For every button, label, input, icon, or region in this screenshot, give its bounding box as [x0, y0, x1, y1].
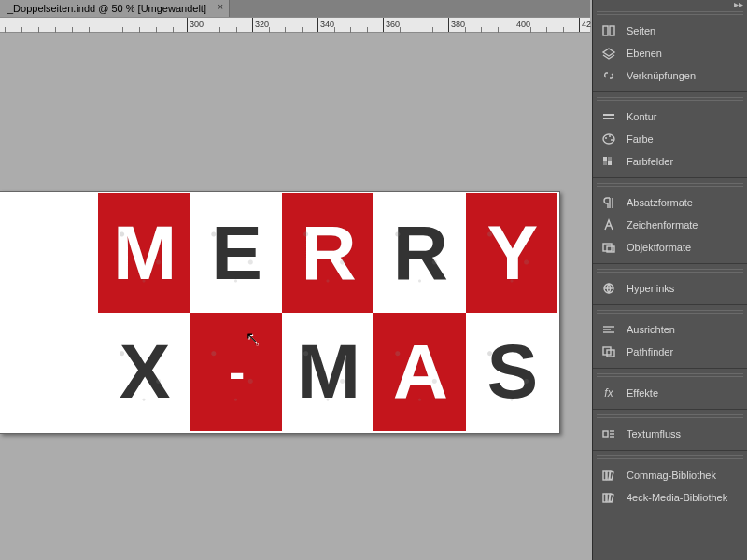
- letter-cell[interactable]: A: [374, 313, 465, 432]
- panel-item-pathfinder[interactable]: Pathfinder: [593, 341, 747, 363]
- swatches-icon: [600, 154, 617, 169]
- svg-rect-9: [603, 157, 607, 161]
- layers-icon: [600, 46, 617, 61]
- obj-icon: [600, 240, 617, 255]
- svg-rect-11: [603, 161, 607, 165]
- panel-item-textumfluss[interactable]: Textumfluss: [593, 423, 747, 445]
- panel-item-objektformate[interactable]: Objektformate: [593, 236, 747, 259]
- panel-item-effekte[interactable]: fxEffekte: [593, 382, 747, 404]
- panel-item-label: Textumfluss: [627, 428, 740, 440]
- ruler-tick: 42: [579, 18, 580, 32]
- document-tab[interactable]: _Doppelseiten.indd @ 50 % [Umgewandelt] …: [0, 0, 230, 17]
- panel-item-label: Ebenen: [627, 48, 740, 59]
- svg-marker-2: [603, 49, 614, 56]
- letter-cell[interactable]: R: [282, 193, 374, 313]
- panel-gripper[interactable]: [597, 269, 743, 274]
- hyperlink-icon: [600, 281, 617, 296]
- panel-item-label: Effekte: [627, 387, 740, 399]
- panel-item-label: Objektformate: [627, 242, 740, 253]
- panel-item-hyperlinks[interactable]: Hyperlinks: [593, 277, 747, 300]
- document-tab-bar: _Doppelseiten.indd @ 50 % [Umgewandelt] …: [0, 0, 590, 17]
- svg-rect-21: [603, 431, 608, 437]
- panel-item-label: Verknüpfungen: [627, 70, 740, 81]
- ruler-tick: 380: [448, 18, 449, 32]
- panel-item-verkn-pfungen[interactable]: Verknüpfungen: [593, 64, 747, 87]
- panel-gripper[interactable]: [597, 310, 743, 315]
- panel-item-label: Absatzformate: [627, 197, 740, 208]
- pathfinder-icon: [600, 344, 617, 359]
- lib-icon: [600, 490, 617, 505]
- panel-item-kontur[interactable]: Kontur: [593, 105, 747, 128]
- panel-item-ebenen[interactable]: Ebenen: [593, 42, 747, 64]
- panel-item-commag-bibliothek[interactable]: Commag-Bibliothek: [593, 464, 747, 486]
- links-icon: [600, 68, 617, 83]
- panel-gripper[interactable]: [597, 183, 743, 189]
- char-icon: [600, 217, 617, 232]
- panel-gripper[interactable]: [597, 97, 743, 103]
- panel-item-farbe[interactable]: Farbe: [593, 128, 747, 150]
- panel-gripper[interactable]: [597, 11, 743, 17]
- panel-gripper[interactable]: [597, 414, 743, 420]
- panel-separator: [593, 368, 747, 369]
- panel-gripper[interactable]: [597, 373, 743, 379]
- svg-point-5: [603, 134, 614, 144]
- panel-item-label: Kontur: [627, 111, 740, 122]
- stroke-icon: [600, 109, 617, 124]
- panel-gripper[interactable]: [597, 455, 743, 461]
- ruler-tick-label: 360: [386, 20, 400, 29]
- ruler-tick: 340: [317, 18, 318, 32]
- svg-rect-27: [603, 494, 606, 502]
- panel-separator: [593, 450, 747, 451]
- svg-rect-10: [608, 157, 612, 161]
- letter-cell[interactable]: M: [282, 313, 374, 432]
- svg-rect-25: [603, 471, 606, 480]
- ruler-tick-label: 340: [320, 20, 334, 29]
- canvas-area[interactable]: MERRYX-MAS ↖▫: [0, 33, 590, 560]
- collapse-dock-icon[interactable]: ▸▸: [734, 0, 743, 9]
- svg-rect-12: [608, 161, 612, 165]
- ruler-tick-label: 400: [516, 20, 530, 29]
- panel-item-label: Farbe: [627, 133, 740, 145]
- svg-point-7: [609, 135, 611, 137]
- panel-dock: ▸▸ SeitenEbenenVerknüpfungenKonturFarbeF…: [592, 0, 747, 560]
- panel-item-label: Pathfinder: [627, 346, 740, 357]
- document-tab-title: _Doppelseiten.indd @ 50 % [Umgewandelt]: [7, 3, 206, 14]
- align-icon: [600, 322, 617, 337]
- document-page[interactable]: MERRYX-MAS: [0, 191, 560, 434]
- panel-item-label: Commag-Bibliothek: [627, 469, 740, 481]
- panel-item-label: Seiten: [627, 25, 740, 36]
- panel-item-label: Hyperlinks: [627, 283, 740, 294]
- ruler-tick: 300: [187, 18, 188, 32]
- panel-dock-header[interactable]: ▸▸: [593, 0, 747, 9]
- panel-item-label: Ausrichten: [627, 324, 740, 335]
- panel-separator: [593, 263, 747, 264]
- panel-item-seiten[interactable]: Seiten: [593, 20, 747, 42]
- letter-cell[interactable]: X: [98, 313, 190, 432]
- letter-cell[interactable]: R: [374, 193, 465, 313]
- panel-separator: [593, 304, 747, 305]
- checkerboard-artwork[interactable]: MERRYX-MAS: [98, 193, 557, 431]
- ruler-tick: 400: [514, 18, 514, 32]
- panel-item-label: Zeichenformate: [627, 219, 740, 231]
- letter-cell[interactable]: E: [190, 193, 281, 313]
- panel-separator: [593, 409, 747, 410]
- pages-icon: [600, 23, 617, 38]
- close-icon[interactable]: ×: [218, 2, 223, 12]
- lib-icon: [600, 468, 617, 483]
- ruler-tick-label: 320: [255, 20, 269, 29]
- palette-icon: [600, 132, 617, 147]
- panel-item-label: Farbfelder: [627, 156, 740, 167]
- ruler-tick-label: 300: [190, 20, 204, 29]
- panel-item-absatzformate[interactable]: Absatzformate: [593, 191, 747, 214]
- horizontal-ruler[interactable]: 30032034036038040042: [0, 17, 590, 33]
- panel-item-ausrichten[interactable]: Ausrichten: [593, 318, 747, 341]
- panel-item-farbfelder[interactable]: Farbfelder: [593, 150, 747, 173]
- panel-item-zeichenformate[interactable]: Zeichenformate: [593, 214, 747, 236]
- letter-cell[interactable]: M: [98, 193, 190, 313]
- panel-item-4eck-media-bibliothek[interactable]: 4eck-Media-Bibliothek: [593, 486, 747, 509]
- svg-rect-1: [610, 26, 614, 35]
- letter-cell[interactable]: S: [466, 313, 557, 432]
- letter-cell[interactable]: -: [190, 313, 281, 432]
- ruler-tick-label: 42: [582, 20, 591, 29]
- letter-cell[interactable]: Y: [466, 193, 557, 313]
